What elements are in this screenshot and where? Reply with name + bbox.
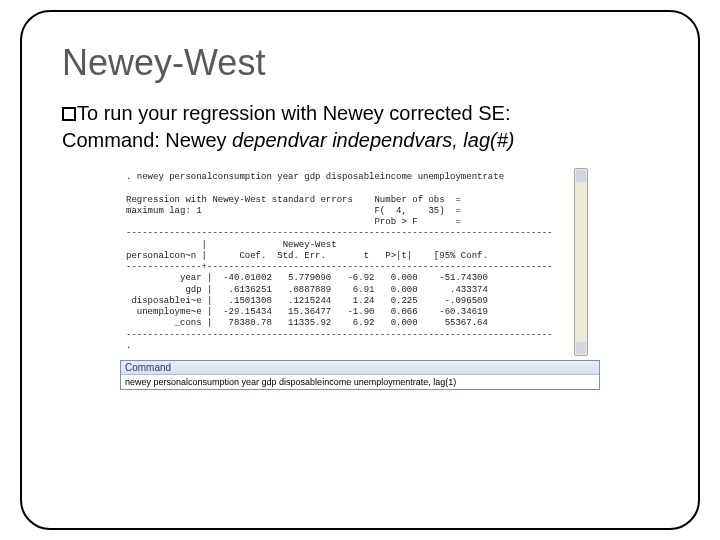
stata-output-area: . newey personalconsumption year gdp dis… bbox=[120, 168, 600, 356]
command-args: dependvar independvars, lag(#) bbox=[232, 129, 514, 151]
stata-rule2: --------------+-------------------------… bbox=[126, 262, 580, 273]
stata-rule3: ----------------------------------------… bbox=[126, 330, 580, 341]
stata-header: Regression with Newey-West standard erro… bbox=[126, 195, 580, 206]
stata-blank bbox=[126, 183, 580, 194]
scrollbar-icon bbox=[574, 168, 588, 356]
page-title: Newey-West bbox=[62, 42, 658, 84]
bullet-line: To run your regression with Newey correc… bbox=[62, 102, 658, 125]
stata-rule1: ----------------------------------------… bbox=[126, 228, 580, 239]
stata-screenshot: . newey personalconsumption year gdp dis… bbox=[120, 168, 600, 390]
slide-frame: Newey-West To run your regression with N… bbox=[20, 10, 700, 530]
stata-command-echo: . newey personalconsumption year gdp dis… bbox=[126, 172, 580, 183]
bullet-square-icon bbox=[62, 107, 76, 121]
stata-dot: . bbox=[126, 341, 580, 352]
bullet-text: To run your regression with Newey correc… bbox=[77, 102, 511, 124]
command-input[interactable] bbox=[121, 375, 599, 389]
command-prefix: Command: Newey bbox=[62, 129, 232, 151]
stata-colhdr: personalcon~n | Coef. Std. Err. t P>|t| … bbox=[126, 251, 580, 262]
stata-rows: year | -40.01002 5.779090 -6.92 0.000 -5… bbox=[126, 273, 580, 329]
command-syntax-line: Command: Newey dependvar independvars, l… bbox=[62, 129, 658, 152]
stata-sehdr: | Newey-West bbox=[126, 240, 580, 251]
command-panel-title: Command bbox=[121, 361, 599, 375]
stata-lagline: maximum lag: 1 F( 4, 35) = bbox=[126, 206, 580, 217]
stata-probline: Prob > F = bbox=[126, 217, 580, 228]
command-panel: Command bbox=[120, 360, 600, 390]
